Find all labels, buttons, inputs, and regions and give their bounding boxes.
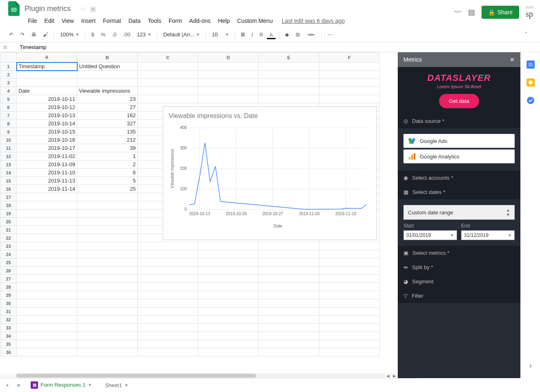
- datasource-google-ads[interactable]: Google Ads: [403, 134, 515, 148]
- move-folder-icon[interactable]: ▣: [90, 5, 96, 12]
- cell-B29[interactable]: [77, 291, 138, 299]
- cell-E34[interactable]: [259, 332, 319, 340]
- menu-data[interactable]: Data: [125, 16, 144, 26]
- col-header-C[interactable]: C: [138, 53, 198, 62]
- cell-B24[interactable]: [77, 250, 138, 258]
- comments-icon[interactable]: ▤: [468, 8, 475, 17]
- cell-F5[interactable]: [319, 95, 380, 103]
- menu-format[interactable]: Format: [100, 16, 124, 26]
- increase-decimal-icon[interactable]: .00: [121, 30, 133, 39]
- font-size-select[interactable]: 10▼: [209, 31, 231, 38]
- row-header-20[interactable]: 20: [0, 218, 17, 226]
- cell-A24[interactable]: [17, 250, 77, 258]
- cell-E1[interactable]: [259, 62, 319, 71]
- cell-B36[interactable]: [77, 348, 138, 356]
- row-header-18[interactable]: 18: [0, 201, 17, 209]
- row-header-11[interactable]: 11: [0, 144, 17, 152]
- row-header-1[interactable]: 1: [0, 62, 17, 71]
- decrease-decimal-icon[interactable]: .0: [110, 30, 119, 39]
- row-header-36[interactable]: 36: [0, 348, 17, 356]
- row-header-21[interactable]: 21: [0, 226, 17, 234]
- cell-B22[interactable]: [77, 234, 138, 242]
- cell-F23[interactable]: [319, 242, 380, 250]
- cell-F4[interactable]: [319, 87, 380, 95]
- cell-A10[interactable]: 2019-10-16: [17, 136, 77, 144]
- col-header-F[interactable]: F: [319, 53, 380, 62]
- row-header-10[interactable]: 10: [0, 136, 17, 144]
- cell-F3[interactable]: [319, 79, 380, 87]
- merge-icon[interactable]: ⇥⇤: [304, 30, 318, 39]
- cell-C24[interactable]: [138, 250, 198, 258]
- cell-B7[interactable]: 162: [77, 111, 138, 120]
- keep-app-icon[interactable]: [527, 78, 535, 87]
- row-header-29[interactable]: 29: [0, 291, 17, 299]
- cell-B8[interactable]: 327: [77, 120, 138, 128]
- activity-icon[interactable]: 〰: [454, 8, 462, 17]
- cell-B31[interactable]: [77, 307, 138, 316]
- section-accounts[interactable]: ◉ Select accounts *: [398, 171, 520, 185]
- cell-E32[interactable]: [259, 316, 319, 324]
- row-header-6[interactable]: 6: [0, 103, 17, 111]
- share-button[interactable]: 🔒 Share: [482, 6, 519, 19]
- col-header-D[interactable]: D: [198, 53, 259, 62]
- cell-A28[interactable]: [17, 283, 77, 291]
- cell-F35[interactable]: [319, 340, 380, 348]
- redo-icon[interactable]: ↷: [18, 30, 27, 39]
- account-logo[interactable]: IVANsp: [526, 6, 533, 19]
- cell-A31[interactable]: [17, 307, 77, 316]
- cell-E2[interactable]: [259, 71, 319, 79]
- cell-F30[interactable]: [319, 299, 380, 307]
- cell-F34[interactable]: [319, 332, 380, 340]
- cell-B12[interactable]: 1: [77, 152, 138, 160]
- cell-D23[interactable]: [198, 242, 259, 250]
- menu-form[interactable]: Form: [165, 16, 185, 26]
- spreadsheet-grid[interactable]: ABCDEF1TimestampUntitled Question234Date…: [0, 52, 398, 378]
- cell-B33[interactable]: [77, 324, 138, 332]
- fill-color-icon[interactable]: ◆: [282, 30, 291, 39]
- cell-E29[interactable]: [259, 291, 319, 299]
- menu-file[interactable]: File: [25, 16, 40, 26]
- cell-A34[interactable]: [17, 332, 77, 340]
- cell-A9[interactable]: 2019-10-15: [17, 128, 77, 136]
- cell-F28[interactable]: [319, 283, 380, 291]
- cell-A21[interactable]: [17, 226, 77, 234]
- cell-A27[interactable]: [17, 275, 77, 283]
- cell-B16[interactable]: 25: [77, 185, 138, 193]
- cell-A18[interactable]: [17, 201, 77, 209]
- row-header-35[interactable]: 35: [0, 340, 17, 348]
- cell-C23[interactable]: [138, 242, 198, 250]
- cell-D5[interactable]: [198, 95, 259, 103]
- doc-title[interactable]: Plugin metrics: [25, 4, 71, 13]
- italic-icon[interactable]: I: [249, 30, 255, 39]
- cell-B10[interactable]: 212: [77, 136, 138, 144]
- cell-B14[interactable]: 6: [77, 169, 138, 177]
- strikethrough-icon[interactable]: S: [257, 30, 266, 39]
- cell-E36[interactable]: [259, 348, 319, 356]
- cell-C31[interactable]: [138, 307, 198, 316]
- row-header-15[interactable]: 15: [0, 177, 17, 185]
- cell-E31[interactable]: [259, 307, 319, 316]
- cell-E3[interactable]: [259, 79, 319, 87]
- scroll-right-icon[interactable]: ▶: [391, 374, 398, 378]
- cell-A16[interactable]: 2019-11-14: [17, 185, 77, 193]
- cell-A4[interactable]: Date: [17, 87, 77, 95]
- cell-A26[interactable]: [17, 267, 77, 275]
- datasource-google-analytics[interactable]: Google Analytics: [403, 149, 515, 163]
- cell-D34[interactable]: [198, 332, 259, 340]
- cell-E27[interactable]: [259, 275, 319, 283]
- cell-A13[interactable]: 2019-11-09: [17, 160, 77, 169]
- start-date-input[interactable]: 01/01/2019 ▼: [403, 230, 457, 240]
- menu-tools[interactable]: Tools: [145, 16, 165, 26]
- cell-E28[interactable]: [259, 283, 319, 291]
- cell-B4[interactable]: Viewable impressions: [77, 87, 138, 95]
- cell-A3[interactable]: [17, 79, 77, 87]
- cell-C36[interactable]: [138, 348, 198, 356]
- cell-A23[interactable]: [17, 242, 77, 250]
- cell-E4[interactable]: [259, 87, 319, 95]
- cell-A19[interactable]: [17, 209, 77, 218]
- row-header-2[interactable]: 2: [0, 71, 17, 79]
- cell-E33[interactable]: [259, 324, 319, 332]
- sheet-tab-sheet1[interactable]: Sheet1 ▼: [100, 380, 133, 391]
- cell-D28[interactable]: [198, 283, 259, 291]
- cell-C25[interactable]: [138, 258, 198, 267]
